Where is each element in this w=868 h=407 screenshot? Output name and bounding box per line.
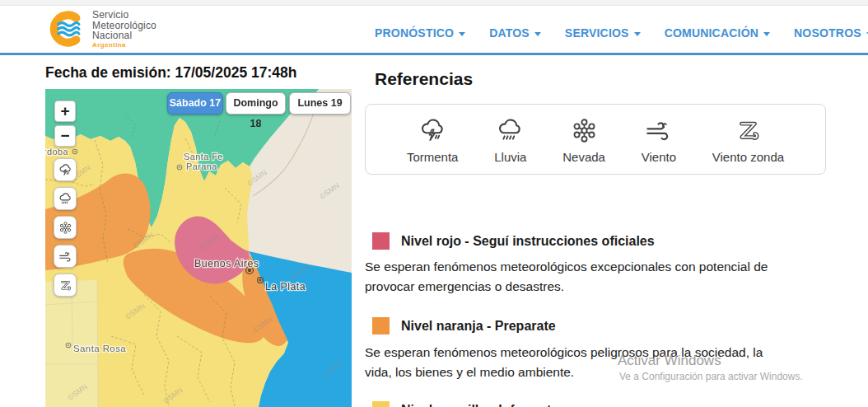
lluvia-icon (58, 191, 73, 207)
legend-label: Viento (642, 150, 676, 164)
nav-datos-label: DATOS (489, 26, 530, 40)
map-filter-nevada-button[interactable] (54, 216, 77, 239)
legend-item-viento: Viento (642, 115, 676, 164)
viento-zonda-icon (58, 278, 73, 293)
tormenta-icon (418, 115, 448, 146)
level-red-description: Se esperan fenómenos meteorológicos exce… (365, 257, 782, 297)
emission-date-title: Fecha de emisión: 17/05/2025 17:48h (45, 64, 296, 82)
legend-item-lluvia: Lluvia (494, 115, 526, 164)
lluvia-icon (495, 115, 525, 146)
smn-logo-icon (48, 10, 86, 48)
day-tab-domingo[interactable]: Domingo 18 (226, 92, 286, 115)
day-tab-sabado[interactable]: Sábado 17 (167, 92, 223, 115)
map-label-santa-rosa: Santa Rosa (73, 344, 126, 353)
chevron-down-icon (534, 32, 541, 36)
level-yellow-name: Nivel amarillo - Informate (401, 403, 558, 407)
nevada-icon (569, 115, 600, 146)
activate-windows-watermark: Activar Windows (618, 353, 721, 369)
map-filter-lluvia-button[interactable] (54, 187, 77, 210)
legend-label: Tormenta (407, 150, 459, 164)
map-label-la-plata: La Plata (265, 281, 306, 292)
nav-pronostico[interactable]: PRONÓSTICO (375, 26, 465, 40)
main-nav: PRONÓSTICO DATOS SERVICIOS COMUNICACIÓN … (375, 26, 868, 40)
activate-windows-watermark-sub: Ve a Configuración para activar Windows. (619, 371, 803, 382)
legend-item-nevada: Nevada (562, 115, 605, 164)
day-tab-lunes[interactable]: Lunes 19 (289, 92, 351, 115)
level-orange-swatch (372, 317, 390, 334)
browser-top-strip (0, 0, 868, 6)
references-title: Referencias (375, 69, 473, 89)
legend-item-viento-zonda: Viento zonda (712, 115, 784, 164)
viento-zonda-icon (733, 115, 763, 146)
smn-logo[interactable]: Servicio Meteorológico Nacional Argentin… (48, 10, 156, 49)
map-zoom-in-button[interactable]: + (54, 101, 76, 122)
tormenta-icon (58, 162, 73, 178)
level-orange-row: Nivel naranja - Preparate (372, 317, 556, 334)
level-red-swatch (372, 232, 390, 250)
site-header: Servicio Meteorológico Nacional Argentin… (0, 7, 868, 53)
alert-map-canvas[interactable]: ©SMN ©SMN ©SMN ©SMN ©SMN ©SMN ©SMN ©SMN … (45, 89, 352, 407)
level-yellow-swatch (372, 401, 390, 407)
chevron-down-icon (459, 32, 465, 36)
level-yellow-row: Nivel amarillo - Informate (372, 401, 558, 407)
alert-map[interactable]: ©SMN ©SMN ©SMN ©SMN ©SMN ©SMN ©SMN ©SMN … (45, 89, 352, 407)
map-label-santa-fe: Santa Fe (184, 152, 223, 161)
map-label-cordoba: Cordoba (45, 147, 68, 157)
nav-servicios-label: SERVICIOS (565, 26, 629, 40)
level-orange-name: Nivel naranja - Preparate (401, 319, 556, 334)
logo-text-line3: Nacional (92, 30, 156, 41)
nav-servicios[interactable]: SERVICIOS (565, 26, 641, 40)
legend-label: Nevada (562, 150, 605, 164)
legend-label: Viento zonda (712, 150, 784, 164)
nav-nosotros-label: NOSOTROS (794, 26, 861, 40)
legend-item-tormenta: Tormenta (407, 115, 459, 164)
header-divider (0, 53, 868, 55)
map-zoom-out-button[interactable]: − (54, 125, 76, 147)
map-filter-viento-button[interactable] (54, 245, 77, 268)
nav-comunicacion-label: COMUNICACIÓN (665, 26, 758, 40)
nav-nosotros[interactable]: NOSOTROS (794, 26, 868, 40)
nevada-icon (58, 220, 73, 236)
phenomena-legend-box: Tormenta Lluvia Nevada Viento Viento zon… (365, 104, 826, 175)
legend-label: Lluvia (494, 150, 526, 164)
map-label-buenos-aires: Buenos Aires (194, 258, 259, 269)
map-filter-tormenta-button[interactable] (54, 158, 77, 181)
chevron-down-icon (763, 32, 770, 36)
nav-comunicacion[interactable]: COMUNICACIÓN (665, 26, 770, 40)
logo-country: Argentina (92, 41, 156, 49)
viento-icon (643, 115, 674, 146)
map-label-parana: Parana (186, 161, 217, 171)
nav-pronostico-label: PRONÓSTICO (375, 26, 454, 40)
logo-text-line1: Servicio (92, 10, 156, 21)
viento-icon (58, 249, 73, 264)
smn-alerts-page: Servicio Meteorológico Nacional Argentin… (0, 0, 868, 407)
level-red-row: Nivel rojo - Seguí instrucciones oficial… (372, 232, 655, 250)
chevron-down-icon (634, 32, 641, 36)
map-filter-viento-zonda-button[interactable] (54, 274, 77, 297)
level-red-name: Nivel rojo - Seguí instrucciones oficial… (401, 234, 655, 249)
nav-datos[interactable]: DATOS (489, 26, 541, 40)
